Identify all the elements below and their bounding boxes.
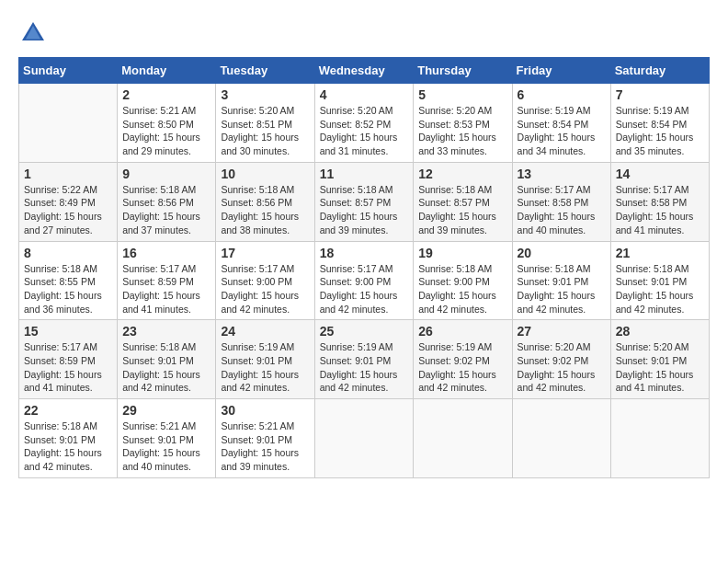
day-number: 15 [24,324,112,339]
day-number: 6 [518,87,606,102]
day-number: 28 [616,324,704,339]
calendar-day-cell: 16Sunrise: 5:17 AMSunset: 8:59 PMDayligh… [118,241,216,320]
calendar-table: SundayMondayTuesdayWednesdayThursdayFrid… [18,57,710,478]
calendar-day-cell [314,399,414,478]
day-info: Sunrise: 5:18 AMSunset: 9:01 PMDaylight:… [122,340,210,395]
page-header [18,18,710,48]
calendar-day-cell: 20Sunrise: 5:18 AMSunset: 9:01 PMDayligh… [512,241,610,320]
day-number: 5 [418,87,506,102]
day-info: Sunrise: 5:19 AMSunset: 8:54 PMDaylight:… [616,104,704,158]
calendar-day-cell: 17Sunrise: 5:17 AMSunset: 9:00 PMDayligh… [216,241,314,320]
day-number: 29 [122,403,210,418]
calendar-week-row: 1Sunrise: 5:22 AMSunset: 8:49 PMDaylight… [19,162,710,241]
day-number: 2 [122,87,210,102]
day-info: Sunrise: 5:20 AMSunset: 9:02 PMDaylight:… [518,340,606,395]
day-of-week-header: Sunday [19,58,118,84]
day-number: 4 [320,87,409,102]
day-number: 12 [418,167,506,181]
calendar-day-cell: 21Sunrise: 5:18 AMSunset: 9:01 PMDayligh… [610,241,709,320]
day-number: 13 [518,167,606,181]
day-number: 27 [518,324,606,339]
calendar-day-cell: 18Sunrise: 5:17 AMSunset: 9:00 PMDayligh… [314,241,414,320]
calendar-day-cell: 8Sunrise: 5:18 AMSunset: 8:55 PMDaylight… [19,241,118,320]
calendar-day-cell [512,399,610,478]
day-number: 3 [221,87,309,102]
calendar-day-cell: 30Sunrise: 5:21 AMSunset: 9:01 PMDayligh… [216,399,314,478]
day-info: Sunrise: 5:17 AMSunset: 9:00 PMDaylight:… [320,262,409,316]
day-number: 22 [24,403,112,418]
day-info: Sunrise: 5:18 AMSunset: 8:56 PMDaylight:… [122,183,210,237]
calendar-day-cell: 10Sunrise: 5:18 AMSunset: 8:56 PMDayligh… [216,162,314,241]
day-info: Sunrise: 5:17 AMSunset: 8:58 PMDaylight:… [518,183,606,237]
day-number: 30 [221,403,309,418]
day-info: Sunrise: 5:18 AMSunset: 9:01 PMDaylight:… [24,419,112,474]
day-number: 10 [221,167,309,181]
calendar-day-cell: 26Sunrise: 5:19 AMSunset: 9:02 PMDayligh… [414,320,512,399]
calendar-day-cell [610,399,709,478]
calendar-day-cell [19,84,118,163]
day-number: 14 [616,167,704,181]
day-number: 23 [122,324,210,339]
day-number: 21 [616,246,704,260]
calendar-day-cell: 1Sunrise: 5:22 AMSunset: 8:49 PMDaylight… [19,162,118,241]
day-info: Sunrise: 5:19 AMSunset: 9:01 PMDaylight:… [221,340,309,395]
calendar-day-cell: 5Sunrise: 5:20 AMSunset: 8:53 PMDaylight… [414,84,512,163]
day-info: Sunrise: 5:22 AMSunset: 8:49 PMDaylight:… [24,183,112,237]
calendar-day-cell: 27Sunrise: 5:20 AMSunset: 9:02 PMDayligh… [512,320,610,399]
calendar-header-row: SundayMondayTuesdayWednesdayThursdayFrid… [19,58,710,84]
calendar-week-row: 22Sunrise: 5:18 AMSunset: 9:01 PMDayligh… [19,399,710,478]
day-info: Sunrise: 5:18 AMSunset: 9:01 PMDaylight:… [518,262,606,316]
day-number: 8 [24,246,112,260]
calendar-day-cell: 9Sunrise: 5:18 AMSunset: 8:56 PMDaylight… [118,162,216,241]
day-of-week-header: Monday [118,58,216,84]
day-info: Sunrise: 5:19 AMSunset: 9:02 PMDaylight:… [418,340,506,395]
day-number: 9 [122,167,210,181]
calendar-week-row: 15Sunrise: 5:17 AMSunset: 8:59 PMDayligh… [19,320,710,399]
day-number: 24 [221,324,309,339]
calendar-day-cell: 19Sunrise: 5:18 AMSunset: 9:00 PMDayligh… [414,241,512,320]
day-of-week-header: Thursday [414,58,512,84]
calendar-day-cell: 12Sunrise: 5:18 AMSunset: 8:57 PMDayligh… [414,162,512,241]
day-of-week-header: Wednesday [314,58,414,84]
calendar-day-cell: 25Sunrise: 5:19 AMSunset: 9:01 PMDayligh… [314,320,414,399]
logo [18,18,53,48]
day-number: 16 [122,246,210,260]
day-info: Sunrise: 5:18 AMSunset: 9:01 PMDaylight:… [616,262,704,316]
day-of-week-header: Friday [512,58,610,84]
logo-icon [18,18,48,48]
calendar-day-cell: 6Sunrise: 5:19 AMSunset: 8:54 PMDaylight… [512,84,610,163]
calendar-day-cell: 14Sunrise: 5:17 AMSunset: 8:58 PMDayligh… [610,162,709,241]
day-number: 1 [24,167,112,181]
day-number: 18 [320,246,409,260]
calendar-day-cell: 24Sunrise: 5:19 AMSunset: 9:01 PMDayligh… [216,320,314,399]
day-of-week-header: Tuesday [216,58,314,84]
calendar-day-cell: 11Sunrise: 5:18 AMSunset: 8:57 PMDayligh… [314,162,414,241]
calendar-day-cell: 29Sunrise: 5:21 AMSunset: 9:01 PMDayligh… [118,399,216,478]
day-number: 25 [320,324,409,339]
day-info: Sunrise: 5:19 AMSunset: 9:01 PMDaylight:… [320,340,409,395]
day-info: Sunrise: 5:17 AMSunset: 8:59 PMDaylight:… [122,262,210,316]
day-info: Sunrise: 5:18 AMSunset: 8:55 PMDaylight:… [24,262,112,316]
day-info: Sunrise: 5:20 AMSunset: 8:53 PMDaylight:… [418,104,506,158]
calendar-day-cell [414,399,512,478]
day-info: Sunrise: 5:21 AMSunset: 8:50 PMDaylight:… [122,104,210,158]
day-info: Sunrise: 5:18 AMSunset: 9:00 PMDaylight:… [418,262,506,316]
day-info: Sunrise: 5:21 AMSunset: 9:01 PMDaylight:… [122,419,210,474]
day-number: 7 [616,87,704,102]
calendar-week-row: 2Sunrise: 5:21 AMSunset: 8:50 PMDaylight… [19,84,710,163]
day-info: Sunrise: 5:21 AMSunset: 9:01 PMDaylight:… [221,419,309,474]
day-info: Sunrise: 5:17 AMSunset: 8:58 PMDaylight:… [616,183,704,237]
day-info: Sunrise: 5:18 AMSunset: 8:56 PMDaylight:… [221,183,309,237]
day-of-week-header: Saturday [610,58,709,84]
calendar-day-cell: 4Sunrise: 5:20 AMSunset: 8:52 PMDaylight… [314,84,414,163]
calendar-day-cell: 28Sunrise: 5:20 AMSunset: 9:01 PMDayligh… [610,320,709,399]
day-info: Sunrise: 5:17 AMSunset: 9:00 PMDaylight:… [221,262,309,316]
calendar-day-cell: 15Sunrise: 5:17 AMSunset: 8:59 PMDayligh… [19,320,118,399]
calendar-day-cell: 2Sunrise: 5:21 AMSunset: 8:50 PMDaylight… [118,84,216,163]
day-number: 17 [221,246,309,260]
day-info: Sunrise: 5:18 AMSunset: 8:57 PMDaylight:… [320,183,409,237]
day-number: 11 [320,167,409,181]
calendar-day-cell: 13Sunrise: 5:17 AMSunset: 8:58 PMDayligh… [512,162,610,241]
day-number: 26 [418,324,506,339]
calendar-week-row: 8Sunrise: 5:18 AMSunset: 8:55 PMDaylight… [19,241,710,320]
